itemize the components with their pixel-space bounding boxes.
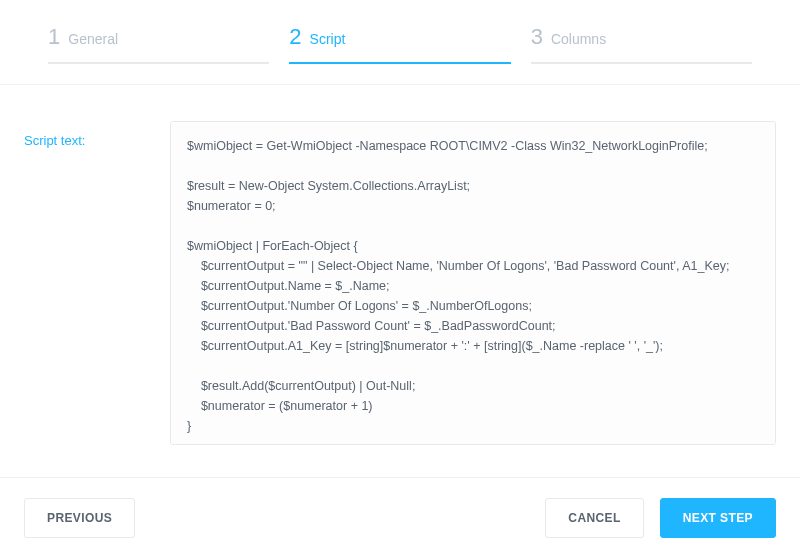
step-underline: [48, 62, 269, 64]
script-text-label: Script text:: [24, 121, 154, 445]
step-label: Columns: [551, 31, 606, 47]
step-number: 3: [531, 24, 543, 50]
step-label: General: [68, 31, 118, 47]
footer-bar: PREVIOUS CANCEL NEXT STEP: [0, 477, 800, 558]
step-underline: [289, 62, 510, 64]
content-area: Script text:: [0, 85, 800, 445]
next-step-button[interactable]: NEXT STEP: [660, 498, 776, 538]
step-general[interactable]: 1 General: [48, 24, 269, 64]
step-columns[interactable]: 3 Columns: [531, 24, 752, 64]
step-number: 1: [48, 24, 60, 50]
cancel-button[interactable]: CANCEL: [545, 498, 643, 538]
step-underline: [531, 62, 752, 64]
step-label: Script: [310, 31, 346, 47]
wizard-container: 1 General 2 Script 3 Columns Script text…: [0, 0, 800, 558]
step-number: 2: [289, 24, 301, 50]
script-text-input[interactable]: [170, 121, 776, 445]
steps-bar: 1 General 2 Script 3 Columns: [0, 0, 800, 85]
previous-button[interactable]: PREVIOUS: [24, 498, 135, 538]
step-script[interactable]: 2 Script: [289, 24, 510, 64]
footer-right: CANCEL NEXT STEP: [545, 498, 776, 538]
